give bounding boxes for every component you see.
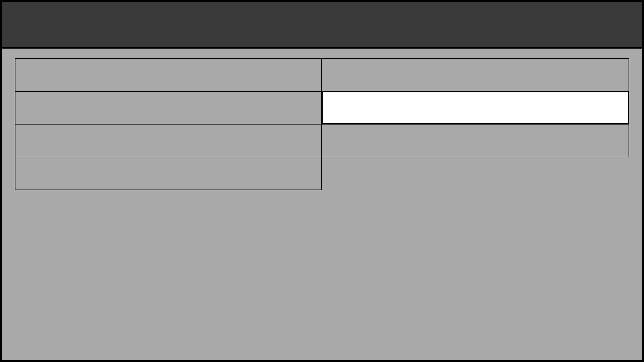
window: [0, 0, 644, 362]
grid-cell[interactable]: [321, 124, 629, 157]
right-column: [322, 58, 629, 157]
grid-cell[interactable]: [15, 91, 322, 125]
grid-cell[interactable]: [15, 58, 322, 92]
left-column: [15, 58, 322, 190]
grid-cell[interactable]: [15, 157, 322, 190]
grid-cell[interactable]: [15, 124, 322, 157]
content-area: [2, 49, 642, 360]
grid-cell[interactable]: [321, 58, 629, 92]
grid-cell-selected[interactable]: [321, 91, 629, 125]
titlebar: [2, 2, 642, 49]
